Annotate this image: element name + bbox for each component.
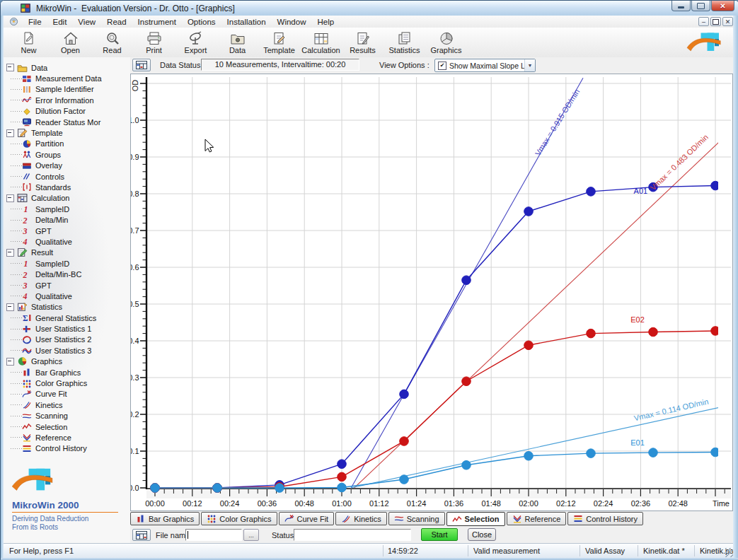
toolbar-results-button[interactable]: Results (342, 28, 384, 57)
sidebar-item-sampleid[interactable]: 1SampleID (4, 258, 130, 269)
sidebar-item-scanning[interactable]: Scanning (4, 411, 130, 421)
wave-icon (22, 346, 32, 355)
maximize-button[interactable] (691, 1, 710, 11)
tree-collapse-box[interactable] (6, 194, 14, 202)
sidebar-item-user-statistics-1[interactable]: User Statistics 1 (4, 323, 130, 334)
svg-text:01:36: 01:36 (444, 499, 464, 508)
mdi-close-button[interactable]: ✕ (722, 17, 733, 26)
toolbar-read-button[interactable]: Read (91, 28, 133, 57)
sidebar-item-user-statistics-3[interactable]: User Statistics 3 (4, 345, 130, 356)
sidebar-item-delta-min-bc[interactable]: 2Delta/Min-BC (4, 269, 130, 279)
slashes-icon (22, 172, 32, 181)
sidebar-item-graphics[interactable]: Graphics (4, 356, 130, 367)
sidebar-item-groups[interactable]: Groups (4, 149, 130, 160)
sidebar-item-error-information[interactable]: Error Information (4, 95, 130, 105)
chevron-down-icon[interactable]: ▼ (524, 59, 535, 71)
tree-collapse-box[interactable] (6, 64, 14, 71)
sidebar-item-template[interactable]: Template (4, 127, 130, 138)
maximize-icon (697, 3, 705, 9)
d3-icon: 3 (22, 226, 32, 235)
checkbox-checked-icon[interactable]: ✔ (438, 62, 446, 70)
file-grid-icon-button[interactable] (132, 529, 151, 541)
browse-button[interactable]: ... (243, 529, 259, 541)
toolbar-graphics-button[interactable]: Graphics (425, 28, 467, 57)
sidebar-item-delta-min[interactable]: 2Delta/Min (4, 214, 130, 225)
sidebar-item-gpt[interactable]: 3GPT (4, 280, 130, 291)
menu-item-file[interactable]: File (23, 17, 47, 27)
menu-item-instrument[interactable]: Instrument (132, 17, 182, 27)
sidebar-item-user-statistics-2[interactable]: User Statistics 2 (4, 334, 130, 345)
menu-item-installation[interactable]: Installation (221, 17, 272, 27)
view-options-dropdown[interactable]: ✔ Show Maximal Slope Line ▼ (434, 59, 536, 72)
toolbar-print-button[interactable]: Print (133, 28, 175, 57)
toolbar-data-button[interactable]: Data (217, 28, 258, 57)
sidebar-item-dilution-factor[interactable]: Dilution Factor (4, 106, 130, 117)
toolbar-open-button[interactable]: Open (50, 28, 91, 57)
close-dialog-button[interactable]: Close (468, 528, 496, 541)
calc-icon (17, 193, 28, 203)
sidebar-item-result[interactable]: Result (4, 247, 130, 258)
tab-reference[interactable]: Reference (507, 512, 567, 525)
sidebar-item-gpt[interactable]: 3GPT (4, 226, 130, 236)
sidebar-item-curve-fit[interactable]: Curve Fit (4, 389, 130, 399)
menu-item-help[interactable]: Help (311, 17, 340, 27)
tab-curve-fit[interactable]: Curve Fit (279, 512, 335, 525)
sidebar-item-sample-identifier[interactable]: Sample Identifier (4, 84, 130, 95)
toolbar-calculation-button[interactable]: Calculation (300, 28, 342, 57)
tab-selection[interactable]: Selection (446, 512, 505, 526)
sidebar-item-standards[interactable]: Standards (4, 182, 130, 192)
menu-item-options[interactable]: Options (182, 17, 221, 27)
data-grid-icon-button[interactable] (132, 59, 151, 71)
data-point (338, 472, 347, 482)
sidebar-item-reference[interactable]: Reference (4, 432, 130, 443)
sidebar-item-selection[interactable]: Selection (4, 421, 130, 432)
sidebar-item-bar-graphics[interactable]: Bar Graphics (4, 367, 130, 378)
sidebar-item-partition[interactable]: Partition (4, 139, 130, 149)
data-point (524, 451, 534, 460)
sidebar-item-statistics[interactable]: Statistics (4, 302, 130, 313)
results-icon (354, 31, 371, 45)
sidebar-item-control-history[interactable]: Control History (4, 443, 130, 454)
toolbar-statistics-button[interactable]: Statistics (384, 28, 425, 57)
menu-item-edit[interactable]: Edit (47, 17, 73, 27)
sidebar-item-general-statistics[interactable]: ΣGeneral Statistics (4, 313, 130, 323)
sidebar-item-controls[interactable]: Controls (4, 171, 130, 182)
tree-collapse-box[interactable] (6, 358, 14, 366)
toolbar-new-button[interactable]: New (8, 28, 50, 57)
sidebar-item-color-graphics[interactable]: Color Graphics (4, 378, 130, 388)
tab-control-history[interactable]: Control History (567, 512, 643, 525)
minimize-button[interactable] (671, 1, 691, 11)
sidebar-item-overlay[interactable]: Overlay (4, 161, 130, 171)
tab-color-graphics[interactable]: Color Graphics (201, 512, 277, 525)
menu-item-window[interactable]: Window (272, 17, 312, 27)
sidebar-item-kinetics[interactable]: Kinetics (4, 399, 130, 410)
menu-item-read[interactable]: Read (101, 17, 132, 27)
svg-text:02:48: 02:48 (668, 499, 688, 508)
system-menu-icon[interactable] (9, 17, 18, 26)
sidebar-item-qualitative[interactable]: 4Qualitative (4, 291, 130, 301)
tree-collapse-box[interactable] (6, 303, 14, 311)
mdi-restore-button[interactable] (710, 17, 721, 26)
tree-connector (11, 404, 22, 405)
tab-bar-graphics[interactable]: Bar Graphics (130, 512, 200, 525)
sidebar-item-calculation[interactable]: Calculation (4, 193, 130, 204)
sidebar-item-qualitative[interactable]: 4Qualitative (4, 236, 130, 247)
close-button[interactable]: ✕ (711, 1, 734, 11)
sidebar-item-measurement-data[interactable]: Measurement Data (4, 73, 130, 83)
sidebar-item-reader-status-mor[interactable]: Reader Status Mor (4, 117, 130, 127)
tree-collapse-box[interactable] (6, 129, 14, 137)
file-name-input[interactable] (185, 529, 242, 541)
tab-kinetics[interactable]: Kinetics (335, 512, 387, 525)
tab-scanning[interactable]: Scanning (388, 512, 445, 525)
title-bar[interactable]: MikroWin - Evaluation Version - Dr. Otto… (1, 1, 738, 16)
mdi-minimize-button[interactable]: – (698, 17, 709, 26)
svg-text:1.0: 1.0 (131, 116, 139, 124)
tree-collapse-box[interactable] (6, 249, 14, 257)
menu-item-view[interactable]: View (72, 17, 101, 27)
sidebar-item-sampleid[interactable]: 1SampleID (4, 204, 130, 214)
sidebar-item-data[interactable]: Data (4, 62, 130, 73)
svg-text:0.3: 0.3 (131, 373, 139, 382)
start-button[interactable]: Start (421, 528, 458, 541)
toolbar-export-button[interactable]: Export (175, 28, 217, 57)
toolbar-template-button[interactable]: Template (258, 28, 300, 57)
